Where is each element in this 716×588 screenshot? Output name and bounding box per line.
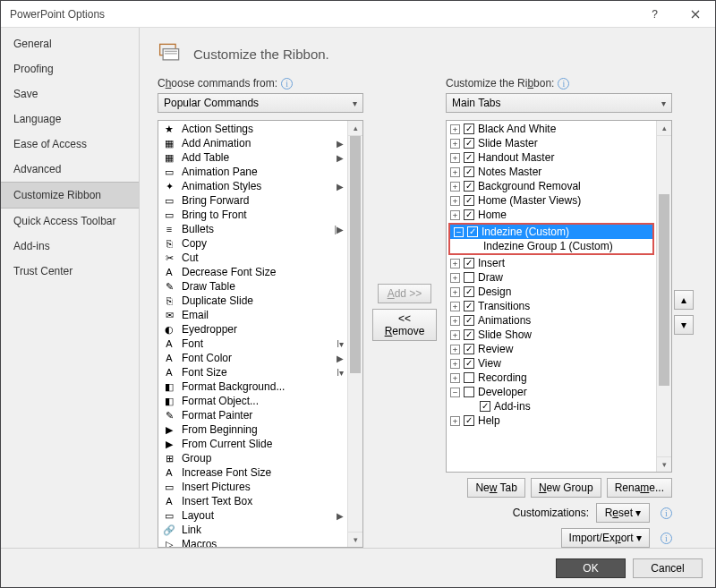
sidebar-item[interactable]: Save xyxy=(1,81,139,107)
commands-listbox[interactable]: ★Action Settings▦Add Animation▶▦Add Tabl… xyxy=(158,120,363,548)
expand-icon[interactable]: + xyxy=(450,373,460,383)
command-item[interactable]: ✉Email xyxy=(158,308,347,322)
new-tab-button[interactable]: New Tab xyxy=(467,478,524,498)
command-item[interactable]: 🔗Link xyxy=(158,523,347,537)
sidebar-item[interactable]: Trust Center xyxy=(1,259,139,284)
help-button[interactable]: ? xyxy=(635,1,675,28)
info-icon[interactable]: i xyxy=(281,78,293,89)
tree-item[interactable]: +Help xyxy=(447,413,656,428)
command-item[interactable]: ✂Cut xyxy=(158,251,347,265)
rename-button[interactable]: Rename... xyxy=(607,478,672,498)
checkbox[interactable] xyxy=(464,358,474,369)
move-up-button[interactable]: ▴ xyxy=(674,290,694,310)
command-item[interactable]: AFontI▾ xyxy=(158,337,347,351)
expand-icon[interactable]: + xyxy=(450,167,460,177)
tree-item[interactable]: +Home (Master Views) xyxy=(447,193,656,208)
checkbox[interactable] xyxy=(464,138,474,149)
tree-item[interactable]: +Recording xyxy=(447,371,656,385)
checkbox[interactable] xyxy=(464,272,474,283)
close-button[interactable] xyxy=(675,1,715,28)
expand-icon[interactable]: + xyxy=(450,124,460,134)
tree-item[interactable]: +Home xyxy=(447,208,656,222)
checkbox[interactable] xyxy=(464,181,474,192)
tree-item[interactable]: +Black And White xyxy=(447,122,656,136)
tree-item[interactable]: +Notes Master xyxy=(447,165,656,179)
checkbox[interactable] xyxy=(464,387,474,397)
expand-icon[interactable]: + xyxy=(450,139,460,149)
expand-icon[interactable]: + xyxy=(450,196,460,206)
expand-icon[interactable]: + xyxy=(450,273,460,283)
tree-item[interactable]: +Insert xyxy=(447,256,656,270)
checkbox[interactable] xyxy=(464,329,474,340)
checkbox[interactable] xyxy=(464,258,474,268)
expand-icon[interactable]: + xyxy=(450,345,460,354)
command-item[interactable]: ⎘Duplicate Slide xyxy=(158,294,347,308)
expand-icon[interactable]: + xyxy=(450,259,460,268)
checkbox[interactable] xyxy=(464,166,474,177)
checkbox[interactable] xyxy=(480,401,490,412)
remove-button[interactable]: << Remove xyxy=(372,309,437,341)
command-item[interactable]: ▭Animation Pane xyxy=(158,165,347,179)
expand-icon[interactable]: + xyxy=(450,316,460,326)
checkbox[interactable] xyxy=(464,344,474,354)
command-item[interactable]: ◐Eyedropper xyxy=(158,322,347,337)
tree-item[interactable]: Add-ins xyxy=(447,399,656,413)
expand-icon[interactable]: + xyxy=(450,416,460,426)
info-icon[interactable]: i xyxy=(661,533,672,544)
tree-item[interactable]: Indezine Group 1 (Custom) xyxy=(450,239,652,253)
import-export-button[interactable]: Import/Export ▾ xyxy=(561,528,650,548)
ribbon-tree[interactable]: +Black And White+Slide Master+Handout Ma… xyxy=(446,120,672,473)
command-item[interactable]: ◧Format Object... xyxy=(158,394,347,408)
tree-item[interactable]: +Handout Master xyxy=(447,150,656,165)
sidebar-item[interactable]: Advanced xyxy=(1,157,139,182)
checkbox[interactable] xyxy=(464,124,474,134)
command-item[interactable]: ✎Format Painter xyxy=(158,408,347,422)
checkbox[interactable] xyxy=(464,152,474,163)
sidebar-item[interactable]: Ease of Access xyxy=(1,132,139,157)
command-item[interactable]: ▶From Current Slide xyxy=(158,437,347,451)
command-item[interactable]: ADecrease Font Size xyxy=(158,265,347,279)
tree-item[interactable]: +Design xyxy=(447,285,656,299)
scrollbar[interactable]: ▴ ▾ xyxy=(656,121,671,472)
expand-icon[interactable]: − xyxy=(454,227,464,237)
checkbox[interactable] xyxy=(464,301,474,311)
tree-item[interactable]: +View xyxy=(447,356,656,371)
checkbox[interactable] xyxy=(467,226,478,237)
command-item[interactable]: ▶From Beginning xyxy=(158,422,347,437)
command-item[interactable]: ▭Insert Pictures xyxy=(158,480,347,494)
tree-item[interactable]: +Slide Show xyxy=(447,328,656,342)
sidebar-item[interactable]: Add-ins xyxy=(1,234,139,259)
expand-icon[interactable]: + xyxy=(450,153,460,163)
tree-item[interactable]: +Slide Master xyxy=(447,136,656,150)
tree-item[interactable]: −Indezine (Custom) xyxy=(450,225,652,239)
customize-ribbon-dropdown[interactable]: Main Tabs xyxy=(446,93,672,113)
tree-item[interactable]: −Developer xyxy=(447,385,656,399)
command-item[interactable]: AIncrease Font Size xyxy=(158,465,347,480)
info-icon[interactable]: i xyxy=(661,507,672,519)
command-item[interactable]: ▦Add Table▶ xyxy=(158,150,347,165)
expand-icon[interactable]: + xyxy=(450,210,460,220)
expand-icon[interactable]: + xyxy=(450,330,460,340)
checkbox[interactable] xyxy=(464,209,474,220)
cancel-button[interactable]: Cancel xyxy=(633,558,703,578)
command-item[interactable]: ▭Bring Forward xyxy=(158,193,347,208)
move-down-button[interactable]: ▾ xyxy=(674,315,694,335)
ok-button[interactable]: OK xyxy=(556,558,626,578)
expand-icon[interactable]: + xyxy=(450,287,460,297)
info-icon[interactable]: i xyxy=(558,78,569,89)
command-item[interactable]: ⎘Copy xyxy=(158,236,347,251)
command-item[interactable]: ⊞Group xyxy=(158,451,347,465)
tree-item[interactable]: +Animations xyxy=(447,313,656,328)
command-item[interactable]: AInsert Text Box xyxy=(158,494,347,508)
command-item[interactable]: ★Action Settings xyxy=(158,122,347,136)
expand-icon[interactable]: + xyxy=(450,302,460,311)
expand-icon[interactable]: − xyxy=(450,388,460,397)
command-item[interactable]: AFont Color▶ xyxy=(158,351,347,365)
choose-commands-dropdown[interactable]: Popular Commands xyxy=(158,93,363,113)
command-item[interactable]: AFont SizeI▾ xyxy=(158,365,347,379)
command-item[interactable]: ▷Macros xyxy=(158,537,347,547)
command-item[interactable]: ✎Draw Table xyxy=(158,279,347,294)
expand-icon[interactable]: + xyxy=(450,359,460,369)
checkbox[interactable] xyxy=(464,372,474,383)
sidebar-item[interactable]: Proofing xyxy=(1,56,139,81)
